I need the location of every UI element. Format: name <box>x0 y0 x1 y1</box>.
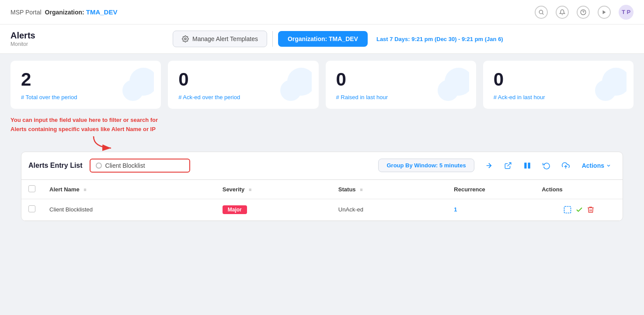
date-value: 9:21 pm (Dec 30) - 9:21 pm (Jan 6) <box>411 36 503 42</box>
row-severity: Major <box>216 199 331 220</box>
svg-rect-18 <box>528 163 530 169</box>
stat-card-total: 2 # Total over the period <box>10 61 161 109</box>
select-all-checkbox[interactable] <box>28 185 35 192</box>
row-actions <box>542 205 616 214</box>
row-actions-cell <box>535 199 623 220</box>
stat-card-raised: 0 # Raised in last hour <box>326 61 476 109</box>
alerts-table: Alert Name ≡ Severity ≡ Status ≡ Recurre… <box>21 180 623 221</box>
alert-entry-section: Alerts Entry List Group By Window: 5 min… <box>21 152 623 221</box>
annotation-line2: Alerts containing specific values like A… <box>10 125 634 134</box>
stat-bg-decoration <box>119 68 154 103</box>
nav-brand: MSP Portal <box>10 9 42 16</box>
svg-rect-17 <box>524 163 526 169</box>
severity-filter-icon[interactable]: ≡ <box>249 187 251 192</box>
header-divider <box>272 31 273 47</box>
row-checkbox-cell <box>21 199 42 220</box>
toolbar-icons: Actions <box>481 158 616 173</box>
arrow-indicator <box>10 134 634 152</box>
help-icon[interactable] <box>577 6 590 19</box>
nav-icons: T P <box>535 5 634 20</box>
svg-marker-4 <box>603 10 606 14</box>
date-range: Last 7 Days: 9:21 pm (Dec 30) - 9:21 pm … <box>376 36 503 42</box>
columns-button[interactable] <box>520 158 535 173</box>
nav-org-label: Organization: <box>45 9 84 16</box>
actions-dropdown-button[interactable]: Actions <box>578 159 616 172</box>
recurrence-value: 1 <box>454 206 457 213</box>
search-circle-icon <box>96 163 102 169</box>
alert-list-title: Alerts Entry List <box>28 162 83 170</box>
row-status: UnAck-ed <box>331 199 447 220</box>
main-content: You can input the field value here to fi… <box>0 116 644 221</box>
manage-alert-templates-button[interactable]: Manage Alert Templates <box>173 31 267 47</box>
acknowledge-button[interactable] <box>575 206 583 214</box>
svg-rect-20 <box>564 206 571 213</box>
svg-point-5 <box>184 38 186 40</box>
header-center: Manage Alert Templates Organization: TMA… <box>42 31 634 47</box>
stat-card-acked: 0 # Ack-ed over the period <box>168 61 318 109</box>
svg-point-9 <box>280 80 301 101</box>
play-icon[interactable] <box>598 6 611 19</box>
th-alert-name: Alert Name ≡ <box>42 180 216 199</box>
group-by-button[interactable]: Group By Window: 5 minutes <box>378 159 474 172</box>
search-icon[interactable] <box>535 6 548 19</box>
gear-icon <box>182 35 189 42</box>
th-status: Status ≡ <box>331 180 447 199</box>
avatar[interactable]: T P <box>619 5 634 20</box>
refresh-button[interactable] <box>539 158 554 173</box>
search-box[interactable] <box>90 159 190 173</box>
alert-name-filter-icon[interactable]: ≡ <box>84 187 86 192</box>
page-subtitle: Monitor <box>10 41 35 47</box>
svg-point-7 <box>122 80 143 101</box>
severity-badge-major: Major <box>223 205 247 214</box>
date-prefix: Last 7 Days: <box>376 36 410 42</box>
stats-row: 2 # Total over the period 0 # Ack-ed ove… <box>0 54 644 116</box>
search-input[interactable] <box>105 162 184 169</box>
svg-point-13 <box>595 80 616 101</box>
page-header: Alerts Monitor Manage Alert Templates Or… <box>0 24 644 54</box>
svg-line-16 <box>507 163 511 166</box>
stat-bg-decoration-4 <box>592 68 627 103</box>
th-actions: Actions <box>535 180 623 199</box>
annotation-text: You can input the field value here to fi… <box>10 116 634 134</box>
external-link-button[interactable] <box>501 158 515 173</box>
svg-point-11 <box>438 80 459 101</box>
row-recurrence: 1 <box>447 199 535 220</box>
alert-toolbar: Alerts Entry List Group By Window: 5 min… <box>21 152 623 180</box>
row-checkbox[interactable] <box>28 205 35 212</box>
nav-org-value[interactable]: TMA_DEV <box>86 8 118 16</box>
stat-card-acked-hour: 0 # Ack-ed in last hour <box>483 61 634 109</box>
top-navigation: MSP Portal Organization: TMA_DEV T P <box>0 0 644 24</box>
stat-bg-decoration-2 <box>277 68 312 103</box>
th-recurrence: Recurrence <box>447 180 535 199</box>
svg-point-0 <box>539 10 543 14</box>
stat-bg-decoration-3 <box>434 68 469 103</box>
th-severity: Severity ≡ <box>216 180 331 199</box>
expand-row-button[interactable] <box>563 205 572 214</box>
page-title-block: Alerts Monitor <box>10 31 35 47</box>
delete-button[interactable] <box>587 206 595 214</box>
table-row: Client Blocklisted Major UnAck-ed 1 <box>21 199 623 220</box>
bell-icon[interactable] <box>556 6 569 19</box>
chevron-down-icon <box>606 163 611 168</box>
expand-width-button[interactable] <box>481 158 496 173</box>
annotation-line1: You can input the field value here to fi… <box>10 116 634 125</box>
group-by-label: Group By Window: <box>386 162 438 169</box>
arrow-svg <box>89 134 115 152</box>
upload-button[interactable] <box>558 158 573 173</box>
org-button[interactable]: Organization: TMA_DEV <box>278 31 368 47</box>
manage-btn-label: Manage Alert Templates <box>192 35 258 42</box>
page-title: Alerts <box>10 31 35 41</box>
actions-label: Actions <box>582 162 604 169</box>
group-by-value: 5 minutes <box>439 162 466 169</box>
svg-line-1 <box>543 13 544 14</box>
th-checkbox <box>21 180 42 199</box>
row-alert-name: Client Blocklisted <box>42 199 216 220</box>
status-filter-icon[interactable]: ≡ <box>360 187 362 192</box>
